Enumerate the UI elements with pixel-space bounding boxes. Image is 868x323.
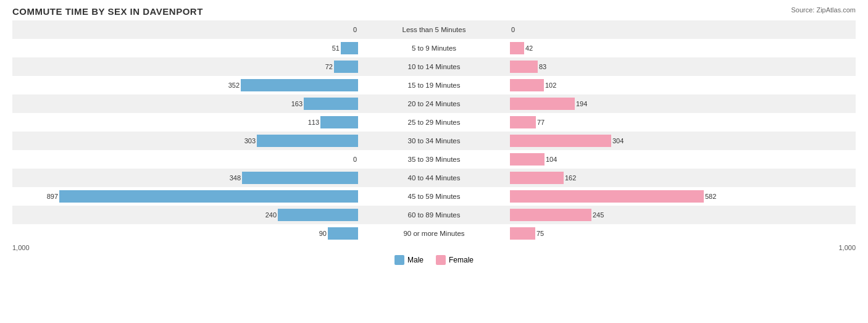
- row-label: 30 to 34 Minutes: [358, 137, 510, 145]
- male-value: 348: [230, 174, 241, 182]
- table-row: 035 to 39 Minutes104: [12, 150, 856, 169]
- male-bar-container: 303: [12, 132, 358, 150]
- male-bar: [304, 98, 358, 110]
- female-bar: [510, 153, 545, 166]
- female-bar-container: 245: [510, 206, 856, 224]
- female-color-box: [436, 255, 446, 265]
- row-label: 35 to 39 Minutes: [358, 156, 510, 163]
- table-row: 89745 to 59 Minutes582: [12, 187, 856, 206]
- row-label: 60 to 89 Minutes: [358, 211, 510, 219]
- female-value: 83: [539, 63, 546, 70]
- female-bar-container: 83: [510, 57, 856, 76]
- male-bar: [341, 42, 358, 54]
- male-bar: [328, 227, 358, 240]
- male-legend-label: Male: [407, 256, 424, 264]
- row-label: Less than 5 Minutes: [358, 26, 510, 33]
- female-value: 104: [546, 156, 557, 163]
- male-bar-container: 352: [12, 76, 358, 94]
- male-value: 72: [325, 63, 333, 70]
- male-bar-container: 0: [12, 20, 358, 39]
- table-row: 0Less than 5 Minutes0: [12, 20, 856, 39]
- female-bar-container: 42: [510, 39, 856, 57]
- male-bar: [241, 79, 358, 91]
- female-bar-container: 102: [510, 76, 856, 94]
- male-bar-container: 90: [12, 224, 358, 243]
- table-row: 11325 to 29 Minutes77: [12, 113, 856, 132]
- male-bar: [334, 61, 358, 73]
- male-bar-container: 897: [12, 187, 358, 206]
- chart-container: COMMUTE TIME BY SEX IN DAVENPORT Source:…: [0, 0, 868, 323]
- male-value: 90: [319, 230, 327, 237]
- male-value: 303: [244, 137, 256, 145]
- axis-left-label: 1,000: [12, 244, 361, 251]
- row-label: 20 to 24 Minutes: [358, 100, 510, 107]
- female-bar: [510, 42, 524, 54]
- row-label: 10 to 14 Minutes: [358, 63, 510, 70]
- female-value: 0: [511, 26, 515, 33]
- male-value: 0: [353, 156, 357, 163]
- female-bar-container: 162: [510, 169, 856, 187]
- rows-wrapper: 0Less than 5 Minutes0515 to 9 Minutes427…: [12, 20, 856, 243]
- female-bar-container: 194: [510, 94, 856, 113]
- legend-female: Female: [436, 255, 474, 265]
- row-label: 45 to 59 Minutes: [358, 193, 510, 200]
- female-bar: [510, 61, 538, 73]
- row-label: 90 or more Minutes: [358, 230, 510, 237]
- male-bar-container: 163: [12, 94, 358, 113]
- table-row: 24060 to 89 Minutes245: [12, 206, 856, 224]
- female-value: 102: [545, 82, 556, 89]
- female-bar: [510, 79, 544, 91]
- male-bar: [257, 135, 358, 147]
- chart-title: COMMUTE TIME BY SEX IN DAVENPORT: [12, 6, 856, 17]
- row-label: 15 to 19 Minutes: [358, 82, 510, 89]
- legend-male: Male: [394, 255, 424, 265]
- female-value: 582: [705, 193, 716, 200]
- female-bar: [510, 172, 564, 184]
- male-bar-container: 0: [12, 150, 358, 169]
- table-row: 9090 or more Minutes75: [12, 224, 856, 243]
- female-bar-container: 104: [510, 150, 856, 169]
- axis-right-label: 1,000: [508, 244, 856, 251]
- female-value: 162: [565, 174, 576, 182]
- female-bar: [510, 135, 611, 147]
- row-label: 25 to 29 Minutes: [358, 119, 510, 126]
- male-bar-container: 113: [12, 113, 358, 132]
- female-bar-container: 77: [510, 113, 856, 132]
- table-row: 515 to 9 Minutes42: [12, 39, 856, 57]
- female-bar: [510, 190, 704, 203]
- source-text: Source: ZipAtlas.com: [791, 6, 856, 14]
- male-bar-container: 348: [12, 169, 358, 187]
- male-value: 897: [47, 193, 58, 200]
- female-bar-container: 75: [510, 224, 856, 243]
- male-bar: [59, 190, 358, 203]
- male-bar-container: 240: [12, 206, 358, 224]
- male-value: 163: [291, 100, 303, 107]
- male-bar: [278, 209, 358, 221]
- table-row: 34840 to 44 Minutes162: [12, 169, 856, 187]
- female-value: 194: [576, 100, 587, 107]
- female-value: 77: [537, 119, 545, 126]
- female-bar: [510, 209, 591, 221]
- female-bar: [510, 227, 535, 240]
- male-bar-container: 72: [12, 57, 358, 76]
- table-row: 7210 to 14 Minutes83: [12, 57, 856, 76]
- female-value: 75: [536, 230, 544, 237]
- female-bar: [510, 116, 536, 128]
- table-row: 30330 to 34 Minutes304: [12, 132, 856, 150]
- row-label: 40 to 44 Minutes: [358, 174, 510, 182]
- female-value: 304: [612, 137, 624, 145]
- male-value: 352: [228, 82, 240, 89]
- female-value: 245: [593, 211, 604, 219]
- female-value: 42: [525, 44, 533, 52]
- row-label: 5 to 9 Minutes: [358, 44, 510, 52]
- male-bar-container: 51: [12, 39, 358, 57]
- legend: Male Female: [12, 255, 856, 265]
- male-color-box: [394, 255, 404, 265]
- male-value: 240: [265, 211, 277, 219]
- male-value: 113: [308, 119, 319, 126]
- female-bar-container: 304: [510, 132, 856, 150]
- female-bar-container: 0: [510, 20, 856, 39]
- table-row: 16320 to 24 Minutes194: [12, 94, 856, 113]
- male-value: 0: [353, 26, 357, 33]
- male-bar: [320, 116, 358, 128]
